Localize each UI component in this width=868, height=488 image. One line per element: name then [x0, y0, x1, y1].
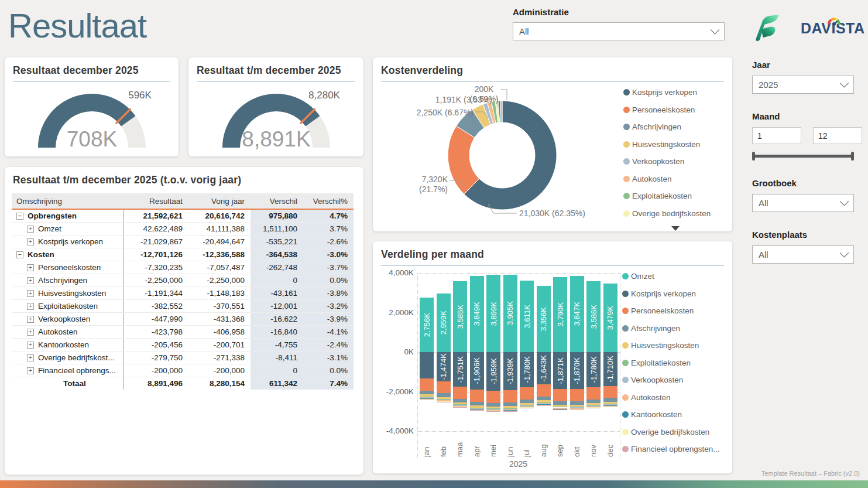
column-header-vorig-jaar[interactable]: Vorig jaar [188, 193, 251, 209]
legend-item-kostprijs-verkopen[interactable]: Kostprijs verkopen [622, 289, 720, 298]
legend-item-huisvestingskosten[interactable]: Huisvestingskosten [622, 341, 720, 350]
bar-omzet-maa[interactable]: 3,585K [453, 281, 467, 352]
bar-omzet-nov[interactable]: 3,586K [586, 281, 601, 352]
bar-omzet-jan[interactable]: 2,756K [420, 298, 434, 352]
legend-item-overige-bedrijfskosten[interactable]: Overige bedrijfskosten [623, 209, 711, 218]
bar-omzet-mei[interactable]: 3,899K [486, 275, 500, 352]
column-header-resultaat[interactable]: Resultaat [123, 193, 188, 209]
expand-icon[interactable]: + [27, 303, 34, 310]
cell-vorig: -20,494,647 [188, 235, 251, 248]
legend-item-afschrijvingen[interactable]: Afschrijvingen [622, 324, 720, 333]
legend-item-exploitatiekosten[interactable]: Exploitatiekosten [623, 192, 711, 200]
bar-personeelskosten-dec[interactable] [603, 386, 617, 398]
expand-icon[interactable]: + [27, 342, 34, 349]
legend-item-autokosten[interactable]: Autokosten [623, 175, 711, 183]
legend-item-exploitatiekosten[interactable]: Exploitatiekosten [622, 359, 720, 367]
bar-kostprijs-jun[interactable]: -1,939K [503, 352, 517, 390]
bar-kostprijs-feb[interactable]: -1,474K [437, 352, 451, 381]
gauge2-title: Resultaat t/m december 2025 [188, 57, 363, 81]
expand-icon[interactable]: + [27, 290, 34, 297]
expand-icon[interactable]: + [27, 329, 34, 336]
bar-financieel-opbrengsten-maa[interactable] [453, 407, 467, 408]
legend-item-personeelskosten[interactable]: Personeelskosten [623, 105, 711, 114]
bar-omzet-aug[interactable]: 3,356K [537, 286, 551, 352]
bar-kostprijs-mei[interactable]: -1,959K [486, 352, 500, 391]
slider-track [753, 155, 853, 158]
legend-item-verkoopkosten[interactable]: Verkoopkosten [623, 157, 711, 166]
bar-personeelskosten-jun[interactable] [503, 390, 517, 402]
bar-omzet-dec[interactable]: 3,479K [603, 284, 617, 352]
maand-to-input[interactable] [813, 127, 862, 144]
bar-personeelskosten-jul[interactable] [520, 387, 534, 400]
maand-range-slider[interactable] [752, 151, 854, 161]
legend-item-autokosten[interactable]: Autokosten [622, 393, 720, 402]
y-axis-tick: -4,000K [378, 426, 414, 435]
bar-kostprijs-dec[interactable]: -1,710K [603, 352, 617, 386]
expand-icon[interactable]: + [27, 238, 34, 245]
bar-financieel-opbrengsten-jul[interactable] [520, 408, 534, 408]
expand-icon[interactable]: + [27, 354, 34, 361]
slider-handle-left[interactable] [752, 152, 755, 161]
bar-personeelskosten-apr[interactable] [470, 390, 484, 402]
column-header-verschil[interactable]: Verschil [251, 193, 303, 209]
bar-financieel-opbrengsten-jan[interactable] [420, 400, 434, 400]
bar-financieel-opbrengsten-apr[interactable] [470, 410, 484, 411]
bar-financieel-opbrengsten-mei[interactable] [486, 411, 500, 412]
kostenplaats-dropdown[interactable]: All [752, 245, 854, 264]
administratie-dropdown[interactable]: All [513, 22, 725, 40]
bar-personeelskosten-mei[interactable] [486, 391, 500, 403]
legend-item-kantoorkosten[interactable]: Kantoorkosten [622, 410, 720, 419]
grootboek-dropdown[interactable]: All [752, 194, 854, 212]
bar-kostprijs-maa[interactable]: -1,751K [453, 352, 467, 387]
bar-kostprijs-okt[interactable]: -1,870K [570, 352, 584, 389]
expand-icon[interactable]: + [27, 226, 34, 233]
legend-item-personeelskosten[interactable]: Personeelskosten [622, 306, 720, 315]
bar-omzet-sep[interactable]: 3,790K [553, 277, 567, 352]
legend-item-kostprijs-verkopen[interactable]: Kostprijs verkopen [623, 88, 711, 97]
legend-item-financieel-opbrengsten-[interactable]: Financieel opbrengsten... [622, 445, 720, 453]
bar-kostprijs-jan[interactable] [420, 352, 434, 378]
bar-financieel-opbrengsten-dec[interactable] [603, 407, 617, 407]
bar-kostprijs-sep[interactable]: -1,871K [553, 352, 567, 389]
bar-personeelskosten-feb[interactable] [437, 381, 451, 394]
bar-personeelskosten-okt[interactable] [570, 389, 584, 401]
bar-omzet-okt[interactable]: 3,847K [570, 276, 584, 352]
legend-item-huisvestingskosten[interactable]: Huisvestingskosten [623, 140, 711, 149]
legend-item-omzet[interactable]: Omzet [622, 272, 720, 281]
bar-personeelskosten-jan[interactable] [420, 378, 434, 391]
bar-omzet-apr[interactable]: 3,849K [470, 276, 484, 352]
expand-icon[interactable]: + [27, 264, 34, 271]
collapse-icon[interactable]: − [16, 213, 23, 220]
bar-omzet-jul[interactable]: 3,611K [520, 281, 534, 352]
bar-kostprijs-nov[interactable]: -1,780K [586, 352, 601, 387]
bar-personeelskosten-maa[interactable] [453, 387, 467, 399]
column-header-omschrijving[interactable]: Omschrijving [12, 193, 123, 209]
legend-item-overige-bedrijfskosten[interactable]: Overige bedrijfskosten [622, 428, 720, 436]
bar-kostprijs-aug[interactable]: -1,643K [537, 352, 551, 384]
bar-personeelskosten-nov[interactable] [586, 387, 601, 400]
bar-financieel-opbrengsten-aug[interactable] [537, 405, 551, 406]
legend-item-afschrijvingen[interactable]: Afschrijvingen [623, 122, 711, 131]
bar-financieel-opbrengsten-jun[interactable] [503, 411, 517, 412]
bar-omzet-jun[interactable]: 3,905K [503, 275, 517, 352]
bar-financieel-opbrengsten-feb[interactable] [437, 402, 451, 402]
bar-kostprijs-jul[interactable]: -1,780K [520, 352, 534, 387]
bar-financieel-opbrengsten-okt[interactable] [570, 409, 584, 410]
column-header-verschil%[interactable]: Verschil% [303, 193, 354, 209]
legend-item-verkoopkosten[interactable]: Verkoopkosten [622, 376, 720, 384]
bar-kostprijs-apr[interactable]: -1,906K [470, 352, 484, 390]
bar-financieel-opbrengsten-sep[interactable] [553, 409, 567, 410]
maand-from-input[interactable] [752, 127, 801, 144]
jaar-dropdown[interactable]: 2025 [752, 76, 854, 94]
expand-icon[interactable]: + [27, 367, 34, 374]
bar-personeelskosten-aug[interactable] [537, 384, 551, 397]
bar-omzet-feb[interactable]: 2,959K [437, 294, 451, 352]
collapse-icon[interactable]: − [16, 251, 23, 258]
chevron-down-icon [840, 79, 849, 88]
expand-icon[interactable]: + [27, 316, 34, 323]
legend-scroll-down-icon[interactable] [671, 226, 680, 231]
bar-personeelskosten-sep[interactable] [553, 389, 567, 401]
bar-financieel-opbrengsten-nov[interactable] [586, 408, 601, 408]
expand-icon[interactable]: + [27, 277, 34, 284]
slider-handle-right[interactable] [851, 152, 854, 161]
